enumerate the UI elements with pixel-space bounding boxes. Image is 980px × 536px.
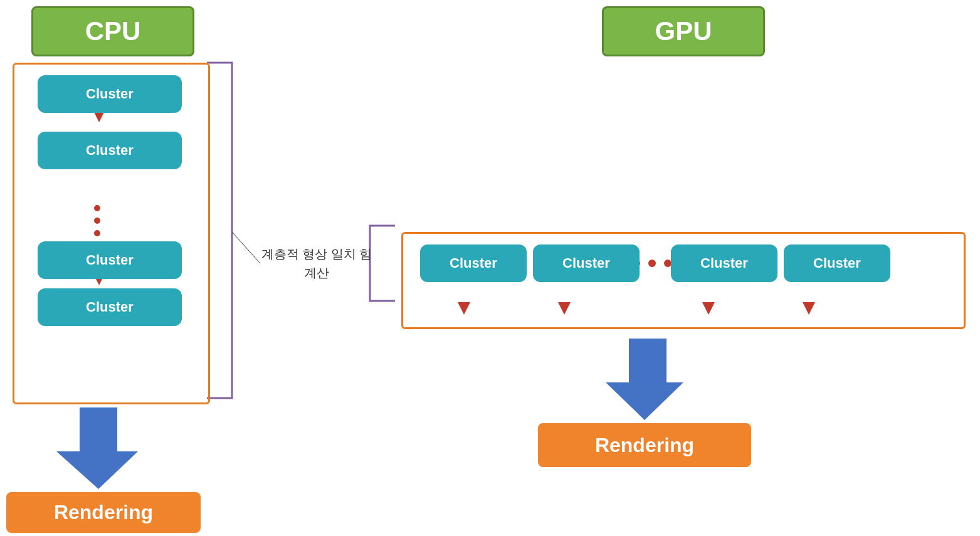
cpu-blue-arrow-head bbox=[56, 451, 138, 489]
gpu-cluster-4: Cluster bbox=[784, 244, 890, 282]
gpu-blue-arrow-head bbox=[606, 382, 683, 420]
cpu-cluster-4: Cluster bbox=[38, 288, 182, 326]
cpu-cluster-3: Cluster bbox=[38, 241, 182, 279]
gpu-cluster-2: Cluster bbox=[533, 244, 640, 282]
cpu-blue-arrow-shaft bbox=[80, 407, 117, 451]
process-label: 계층적 형상 일치 힘 계산 bbox=[260, 244, 373, 282]
gpu-rendering-box: Rendering bbox=[538, 423, 751, 467]
cpu-orange-box bbox=[13, 63, 210, 404]
cpu-brace bbox=[207, 63, 232, 398]
brace-to-label bbox=[232, 232, 260, 263]
cpu-cluster-1: Cluster bbox=[38, 75, 182, 113]
gpu-header: GPU bbox=[602, 6, 765, 56]
gpu-blue-arrow-shaft bbox=[629, 339, 667, 382]
cpu-header: CPU bbox=[31, 6, 194, 56]
cpu-rendering-box: Rendering bbox=[6, 492, 201, 533]
diagram-container: CPU Cluster Cluster Cluster Cluster Rend… bbox=[0, 0, 980, 536]
gpu-brace-left bbox=[370, 226, 395, 301]
gpu-cluster-3: Cluster bbox=[671, 244, 777, 282]
gpu-cluster-1: Cluster bbox=[420, 244, 527, 282]
cpu-cluster-2: Cluster bbox=[38, 132, 182, 169]
cpu-label-text: CPU bbox=[85, 16, 141, 46]
gpu-label-text: GPU bbox=[655, 16, 712, 46]
